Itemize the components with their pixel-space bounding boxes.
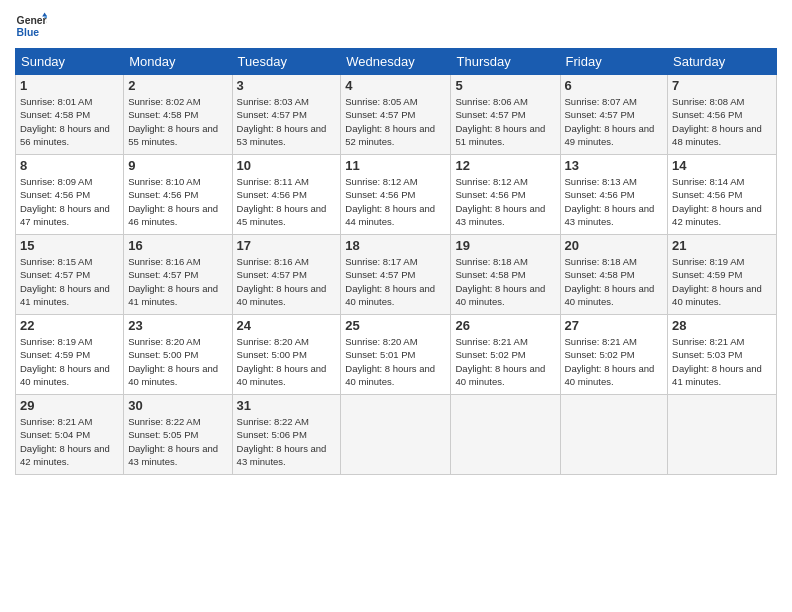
calendar-cell: 21Sunrise: 8:19 AMSunset: 4:59 PMDayligh… bbox=[668, 235, 777, 315]
day-number: 5 bbox=[455, 78, 555, 93]
day-number: 11 bbox=[345, 158, 446, 173]
day-info: Sunrise: 8:12 AMSunset: 4:56 PMDaylight:… bbox=[455, 175, 555, 228]
calendar-cell: 1Sunrise: 8:01 AMSunset: 4:58 PMDaylight… bbox=[16, 75, 124, 155]
weekday-header-friday: Friday bbox=[560, 49, 668, 75]
day-info: Sunrise: 8:16 AMSunset: 4:57 PMDaylight:… bbox=[128, 255, 227, 308]
day-info: Sunrise: 8:14 AMSunset: 4:56 PMDaylight:… bbox=[672, 175, 772, 228]
day-info: Sunrise: 8:16 AMSunset: 4:57 PMDaylight:… bbox=[237, 255, 337, 308]
day-info: Sunrise: 8:21 AMSunset: 5:02 PMDaylight:… bbox=[565, 335, 664, 388]
day-number: 13 bbox=[565, 158, 664, 173]
logo: General Blue bbox=[15, 10, 47, 42]
calendar-table: SundayMondayTuesdayWednesdayThursdayFrid… bbox=[15, 48, 777, 475]
header-row: SundayMondayTuesdayWednesdayThursdayFrid… bbox=[16, 49, 777, 75]
day-number: 27 bbox=[565, 318, 664, 333]
day-number: 14 bbox=[672, 158, 772, 173]
day-number: 3 bbox=[237, 78, 337, 93]
calendar-cell: 25Sunrise: 8:20 AMSunset: 5:01 PMDayligh… bbox=[341, 315, 451, 395]
day-number: 8 bbox=[20, 158, 119, 173]
calendar-cell: 29Sunrise: 8:21 AMSunset: 5:04 PMDayligh… bbox=[16, 395, 124, 475]
day-info: Sunrise: 8:17 AMSunset: 4:57 PMDaylight:… bbox=[345, 255, 446, 308]
weekday-header-wednesday: Wednesday bbox=[341, 49, 451, 75]
calendar-cell: 4Sunrise: 8:05 AMSunset: 4:57 PMDaylight… bbox=[341, 75, 451, 155]
calendar-cell: 17Sunrise: 8:16 AMSunset: 4:57 PMDayligh… bbox=[232, 235, 341, 315]
day-info: Sunrise: 8:10 AMSunset: 4:56 PMDaylight:… bbox=[128, 175, 227, 228]
calendar-cell: 27Sunrise: 8:21 AMSunset: 5:02 PMDayligh… bbox=[560, 315, 668, 395]
calendar-cell: 23Sunrise: 8:20 AMSunset: 5:00 PMDayligh… bbox=[124, 315, 232, 395]
calendar-cell: 12Sunrise: 8:12 AMSunset: 4:56 PMDayligh… bbox=[451, 155, 560, 235]
day-number: 7 bbox=[672, 78, 772, 93]
weekday-header-sunday: Sunday bbox=[16, 49, 124, 75]
svg-text:General: General bbox=[17, 15, 47, 26]
calendar-cell: 22Sunrise: 8:19 AMSunset: 4:59 PMDayligh… bbox=[16, 315, 124, 395]
day-number: 9 bbox=[128, 158, 227, 173]
calendar-cell: 7Sunrise: 8:08 AMSunset: 4:56 PMDaylight… bbox=[668, 75, 777, 155]
day-number: 31 bbox=[237, 398, 337, 413]
day-info: Sunrise: 8:09 AMSunset: 4:56 PMDaylight:… bbox=[20, 175, 119, 228]
header: General Blue bbox=[15, 10, 777, 42]
day-info: Sunrise: 8:12 AMSunset: 4:56 PMDaylight:… bbox=[345, 175, 446, 228]
calendar-cell bbox=[668, 395, 777, 475]
calendar-cell bbox=[560, 395, 668, 475]
day-info: Sunrise: 8:22 AMSunset: 5:06 PMDaylight:… bbox=[237, 415, 337, 468]
day-info: Sunrise: 8:21 AMSunset: 5:04 PMDaylight:… bbox=[20, 415, 119, 468]
day-number: 30 bbox=[128, 398, 227, 413]
day-number: 17 bbox=[237, 238, 337, 253]
day-number: 18 bbox=[345, 238, 446, 253]
week-row-2: 15Sunrise: 8:15 AMSunset: 4:57 PMDayligh… bbox=[16, 235, 777, 315]
calendar-cell: 10Sunrise: 8:11 AMSunset: 4:56 PMDayligh… bbox=[232, 155, 341, 235]
day-info: Sunrise: 8:11 AMSunset: 4:56 PMDaylight:… bbox=[237, 175, 337, 228]
calendar-cell: 26Sunrise: 8:21 AMSunset: 5:02 PMDayligh… bbox=[451, 315, 560, 395]
day-number: 21 bbox=[672, 238, 772, 253]
page-container: General Blue SundayMondayTuesdayWednesda… bbox=[0, 0, 792, 485]
day-number: 12 bbox=[455, 158, 555, 173]
weekday-header-monday: Monday bbox=[124, 49, 232, 75]
calendar-cell bbox=[341, 395, 451, 475]
svg-text:Blue: Blue bbox=[17, 27, 40, 38]
weekday-header-tuesday: Tuesday bbox=[232, 49, 341, 75]
calendar-cell: 19Sunrise: 8:18 AMSunset: 4:58 PMDayligh… bbox=[451, 235, 560, 315]
day-info: Sunrise: 8:22 AMSunset: 5:05 PMDaylight:… bbox=[128, 415, 227, 468]
calendar-cell: 20Sunrise: 8:18 AMSunset: 4:58 PMDayligh… bbox=[560, 235, 668, 315]
day-number: 2 bbox=[128, 78, 227, 93]
day-number: 15 bbox=[20, 238, 119, 253]
day-info: Sunrise: 8:06 AMSunset: 4:57 PMDaylight:… bbox=[455, 95, 555, 148]
day-number: 20 bbox=[565, 238, 664, 253]
day-info: Sunrise: 8:07 AMSunset: 4:57 PMDaylight:… bbox=[565, 95, 664, 148]
day-info: Sunrise: 8:18 AMSunset: 4:58 PMDaylight:… bbox=[565, 255, 664, 308]
day-info: Sunrise: 8:03 AMSunset: 4:57 PMDaylight:… bbox=[237, 95, 337, 148]
calendar-cell: 28Sunrise: 8:21 AMSunset: 5:03 PMDayligh… bbox=[668, 315, 777, 395]
day-info: Sunrise: 8:20 AMSunset: 5:00 PMDaylight:… bbox=[128, 335, 227, 388]
day-number: 10 bbox=[237, 158, 337, 173]
day-info: Sunrise: 8:15 AMSunset: 4:57 PMDaylight:… bbox=[20, 255, 119, 308]
day-info: Sunrise: 8:21 AMSunset: 5:03 PMDaylight:… bbox=[672, 335, 772, 388]
week-row-1: 8Sunrise: 8:09 AMSunset: 4:56 PMDaylight… bbox=[16, 155, 777, 235]
day-info: Sunrise: 8:02 AMSunset: 4:58 PMDaylight:… bbox=[128, 95, 227, 148]
day-number: 29 bbox=[20, 398, 119, 413]
calendar-cell: 24Sunrise: 8:20 AMSunset: 5:00 PMDayligh… bbox=[232, 315, 341, 395]
weekday-header-saturday: Saturday bbox=[668, 49, 777, 75]
day-info: Sunrise: 8:01 AMSunset: 4:58 PMDaylight:… bbox=[20, 95, 119, 148]
calendar-cell: 5Sunrise: 8:06 AMSunset: 4:57 PMDaylight… bbox=[451, 75, 560, 155]
calendar-cell: 14Sunrise: 8:14 AMSunset: 4:56 PMDayligh… bbox=[668, 155, 777, 235]
calendar-cell: 15Sunrise: 8:15 AMSunset: 4:57 PMDayligh… bbox=[16, 235, 124, 315]
calendar-cell: 31Sunrise: 8:22 AMSunset: 5:06 PMDayligh… bbox=[232, 395, 341, 475]
day-number: 28 bbox=[672, 318, 772, 333]
calendar-cell: 13Sunrise: 8:13 AMSunset: 4:56 PMDayligh… bbox=[560, 155, 668, 235]
calendar-cell: 11Sunrise: 8:12 AMSunset: 4:56 PMDayligh… bbox=[341, 155, 451, 235]
day-number: 25 bbox=[345, 318, 446, 333]
day-info: Sunrise: 8:18 AMSunset: 4:58 PMDaylight:… bbox=[455, 255, 555, 308]
calendar-cell bbox=[451, 395, 560, 475]
calendar-cell: 8Sunrise: 8:09 AMSunset: 4:56 PMDaylight… bbox=[16, 155, 124, 235]
calendar-cell: 18Sunrise: 8:17 AMSunset: 4:57 PMDayligh… bbox=[341, 235, 451, 315]
calendar-cell: 3Sunrise: 8:03 AMSunset: 4:57 PMDaylight… bbox=[232, 75, 341, 155]
day-info: Sunrise: 8:20 AMSunset: 5:01 PMDaylight:… bbox=[345, 335, 446, 388]
day-number: 23 bbox=[128, 318, 227, 333]
day-info: Sunrise: 8:05 AMSunset: 4:57 PMDaylight:… bbox=[345, 95, 446, 148]
calendar-cell: 16Sunrise: 8:16 AMSunset: 4:57 PMDayligh… bbox=[124, 235, 232, 315]
day-info: Sunrise: 8:20 AMSunset: 5:00 PMDaylight:… bbox=[237, 335, 337, 388]
week-row-4: 29Sunrise: 8:21 AMSunset: 5:04 PMDayligh… bbox=[16, 395, 777, 475]
day-number: 6 bbox=[565, 78, 664, 93]
calendar-cell: 6Sunrise: 8:07 AMSunset: 4:57 PMDaylight… bbox=[560, 75, 668, 155]
day-number: 22 bbox=[20, 318, 119, 333]
day-number: 24 bbox=[237, 318, 337, 333]
